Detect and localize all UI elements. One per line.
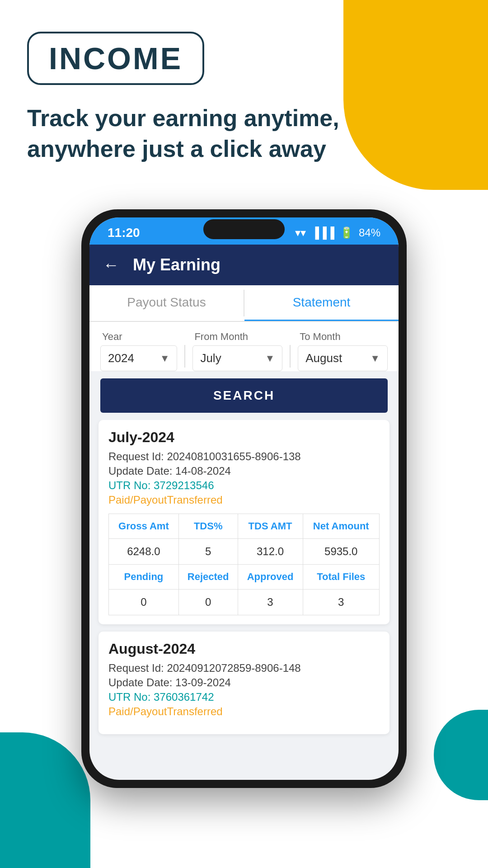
year-label: Year (100, 331, 177, 343)
card-request-id-august: Request Id: 20240912072859-8906-148 (108, 662, 380, 675)
battery-icon: 🔋 (340, 226, 353, 239)
to-month-filter-group: To Month August ▼ (298, 331, 388, 371)
to-month-label: To Month (298, 331, 388, 343)
from-month-filter-group: From Month July ▼ (192, 331, 282, 371)
income-badge: INCOME (27, 32, 204, 85)
tab-payout-status[interactable]: Payout Status (89, 285, 244, 321)
header-section: INCOME Track your earning anytime, anywh… (0, 0, 488, 182)
status-time: 11:20 (108, 226, 140, 240)
cell-total-files: 3 (303, 590, 379, 615)
to-month-select[interactable]: August ▼ (298, 345, 388, 371)
cell-gross-amt: 6248.0 (109, 539, 179, 565)
status-icons: ▾▾ ▐▐▐ 🔋 84% (295, 226, 380, 239)
search-button[interactable]: SEARCH (100, 378, 388, 413)
filter-section: Year 2024 ▼ From Month July ▼ (89, 322, 399, 371)
income-title: INCOME (49, 41, 183, 75)
tab-statement[interactable]: Statement (244, 285, 399, 321)
tagline-text: Track your earning anytime, anywhere jus… (27, 103, 343, 164)
phone-screen: 11:20 ▾▾ ▐▐▐ 🔋 84% ← My Earning Payout S… (89, 217, 399, 780)
col-tds-percent: TDS% (178, 514, 238, 539)
card-status-august: Paid/PayoutTransferred (108, 705, 380, 718)
to-month-value: August (305, 351, 342, 365)
phone-container: 11:20 ▾▾ ▐▐▐ 🔋 84% ← My Earning Payout S… (0, 209, 488, 788)
app-bar: ← My Earning (89, 245, 399, 285)
app-title: My Earning (133, 255, 221, 274)
card-utr-august: UTR No: 3760361742 (108, 691, 380, 703)
filter-vertical-divider-2 (290, 345, 291, 368)
wifi-icon: ▾▾ (295, 226, 306, 239)
card-update-date-july: Update Date: 14-08-2024 (108, 465, 380, 477)
from-month-select[interactable]: July ▼ (192, 345, 282, 371)
from-month-label: From Month (192, 331, 282, 343)
cell-rejected: 0 (178, 590, 238, 615)
to-month-dropdown-arrow: ▼ (370, 353, 380, 364)
from-month-dropdown-arrow: ▼ (265, 353, 275, 364)
cell-pending: 0 (109, 590, 179, 615)
year-dropdown-arrow: ▼ (160, 353, 170, 364)
col-gross-amt: Gross Amt (109, 514, 179, 539)
col-pending: Pending (109, 565, 179, 590)
year-filter-group: Year 2024 ▼ (100, 331, 177, 371)
cell-tds-percent: 5 (178, 539, 238, 565)
card-period-july: July-2024 (108, 429, 380, 446)
phone-frame: 11:20 ▾▾ ▐▐▐ 🔋 84% ← My Earning Payout S… (81, 209, 407, 788)
card-utr-july: UTR No: 3729213546 (108, 479, 380, 492)
table-data-row-1: 6248.0 5 312.0 5935.0 (109, 539, 380, 565)
from-month-value: July (200, 351, 221, 365)
back-button[interactable]: ← (103, 255, 119, 274)
table-header-row-2: Pending Rejected Approved Total Files (109, 565, 380, 590)
earnings-table-july: Gross Amt TDS% TDS AMT Net Amount 6248.0… (108, 514, 380, 615)
card-update-date-august: Update Date: 13-09-2024 (108, 676, 380, 689)
year-select[interactable]: 2024 ▼ (100, 345, 177, 371)
earning-card-august-2024: August-2024 Request Id: 20240912072859-8… (99, 632, 389, 734)
card-period-august: August-2024 (108, 641, 380, 657)
table-data-row-2: 0 0 3 3 (109, 590, 380, 615)
col-tds-amt: TDS AMT (238, 514, 303, 539)
earning-card-july-2024: July-2024 Request Id: 20240810031655-890… (99, 420, 389, 624)
cell-approved: 3 (238, 590, 303, 615)
col-total-files: Total Files (303, 565, 379, 590)
dynamic-island (203, 219, 285, 239)
cell-net-amount: 5935.0 (303, 539, 379, 565)
card-status-july: Paid/PayoutTransferred (108, 494, 380, 506)
col-rejected: Rejected (178, 565, 238, 590)
cell-tds-amt: 312.0 (238, 539, 303, 565)
col-approved: Approved (238, 565, 303, 590)
signal-icon: ▐▐▐ (311, 226, 334, 239)
tabs-container: Payout Status Statement (89, 285, 399, 322)
filter-row: Year 2024 ▼ From Month July ▼ (100, 331, 388, 371)
filter-vertical-divider-1 (184, 345, 185, 368)
table-header-row-1: Gross Amt TDS% TDS AMT Net Amount (109, 514, 380, 539)
earnings-list: July-2024 Request Id: 20240810031655-890… (89, 420, 399, 780)
battery-percent: 84% (359, 226, 380, 239)
card-request-id-july: Request Id: 20240810031655-8906-138 (108, 450, 380, 463)
col-net-amount: Net Amount (303, 514, 379, 539)
year-value: 2024 (108, 351, 134, 365)
